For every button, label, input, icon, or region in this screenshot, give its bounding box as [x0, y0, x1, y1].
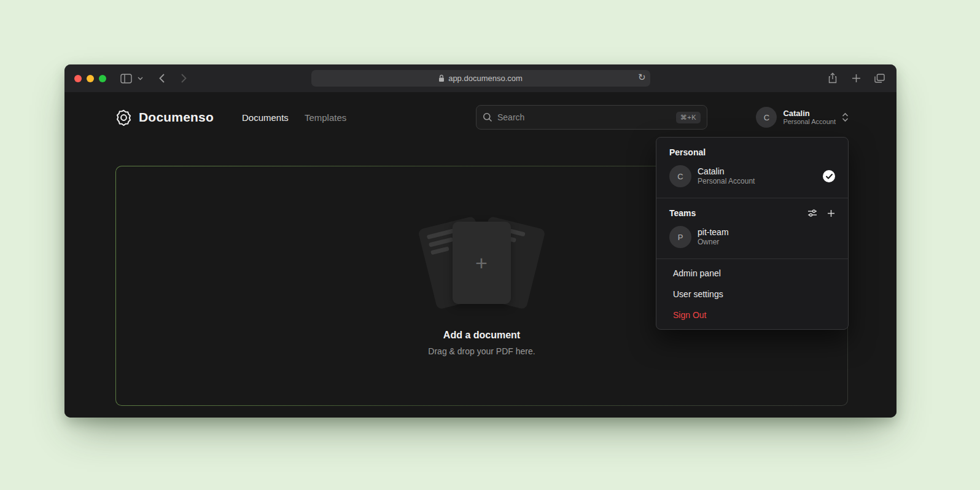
brand-name: Documenso — [139, 110, 214, 125]
nav-templates[interactable]: Templates — [305, 112, 346, 123]
documenso-logo-icon — [115, 109, 132, 126]
search-icon — [483, 112, 492, 122]
manage-teams-icon[interactable] — [807, 209, 817, 217]
account-menu-trigger[interactable]: C Catalin Personal Account — [756, 106, 849, 129]
document-stack-illustration: + — [408, 216, 556, 313]
account-name: Catalin — [783, 109, 836, 118]
menu-item-admin-panel[interactable]: Admin panel — [660, 263, 844, 284]
reload-icon[interactable]: ↻ — [638, 72, 646, 83]
avatar: C — [669, 165, 691, 187]
menu-item-team[interactable]: P pit-team Owner — [660, 222, 844, 252]
selected-check-icon — [823, 170, 835, 182]
menu-item-name: pit-team — [698, 227, 729, 238]
menu-item-subtitle: Owner — [698, 238, 729, 247]
forward-button[interactable] — [175, 70, 192, 87]
dropzone-title: Add a document — [443, 330, 520, 341]
search-input[interactable] — [497, 112, 671, 122]
address-bar[interactable]: app.documenso.com ↻ — [311, 70, 650, 87]
menu-item-personal-account[interactable]: C Catalin Personal Account — [660, 161, 844, 192]
search-box[interactable]: ⌘+K — [476, 105, 707, 130]
window-controls — [74, 75, 106, 82]
nav-documents[interactable]: Documents — [242, 112, 289, 123]
menu-item-user-settings[interactable]: User settings — [660, 284, 844, 305]
account-subtitle: Personal Account — [783, 118, 836, 126]
sidebar-chevron-down-icon[interactable] — [134, 70, 146, 87]
url-text: app.documenso.com — [448, 74, 523, 83]
share-icon[interactable] — [824, 69, 841, 87]
tab-overview-icon[interactable] — [871, 69, 888, 87]
document-card-add: + — [453, 222, 511, 304]
search-shortcut-badge: ⌘+K — [676, 112, 701, 123]
menu-item-sign-out[interactable]: Sign Out — [660, 305, 844, 325]
add-team-icon[interactable] — [827, 209, 835, 217]
avatar: C — [756, 107, 777, 128]
documenso-app: Documenso Documents Templates ⌘+K C Cata… — [64, 92, 896, 418]
menu-item-name: Catalin — [698, 166, 755, 177]
personal-section-heading: Personal — [660, 144, 844, 161]
menu-item-subtitle: Personal Account — [698, 177, 755, 186]
browser-toolbar: app.documenso.com ↻ — [64, 64, 896, 92]
plus-icon: + — [453, 222, 511, 304]
lock-icon — [438, 74, 445, 82]
avatar: P — [669, 226, 691, 248]
close-window-button[interactable] — [74, 75, 82, 82]
minimize-window-button[interactable] — [87, 75, 94, 82]
back-button[interactable] — [153, 70, 170, 87]
zoom-window-button[interactable] — [99, 75, 106, 82]
dropzone-subtitle: Drag & drop your PDF here. — [428, 346, 535, 356]
browser-window: app.documenso.com ↻ — [64, 64, 896, 418]
new-tab-icon[interactable] — [847, 69, 865, 87]
chevron-up-down-icon — [842, 112, 849, 122]
account-dropdown-menu: Personal C Catalin Personal Account — [656, 137, 849, 330]
main-nav: Documents Templates — [242, 112, 346, 123]
teams-section-heading: Teams — [660, 204, 844, 222]
brand[interactable]: Documenso — [115, 109, 214, 126]
sidebar-toggle-icon[interactable] — [117, 70, 134, 87]
